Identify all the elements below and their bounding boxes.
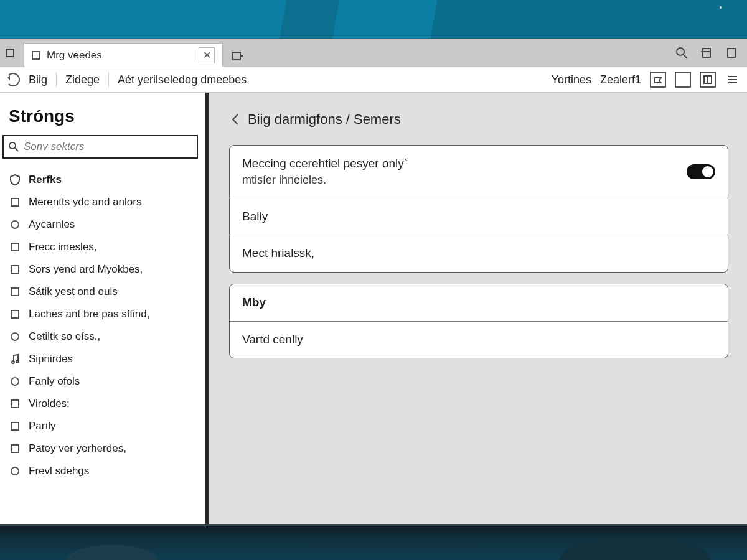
box-icon: [9, 263, 21, 276]
breadcrumb-segment[interactable]: Biig: [29, 73, 47, 86]
sidebar-item[interactable]: Sátik yest ond ouls: [0, 281, 205, 303]
sidebar-item-label: Sors yend ard Myokbes,: [29, 263, 143, 276]
svg-point-13: [9, 142, 16, 149]
desktop-wallpaper-bottom: [0, 524, 747, 560]
sidebar-item-label: Viroldes;: [29, 398, 70, 410]
sidebar-item[interactable]: Viroldes;: [0, 393, 205, 415]
circ-icon: [9, 375, 21, 388]
toggle-switch[interactable]: [687, 164, 715, 179]
box-icon: [9, 196, 21, 208]
sidebar-item[interactable]: Parıly: [0, 415, 205, 437]
settings-sidebar: Stróngs RerfksMerentts ydc and anlorsAyc…: [0, 93, 209, 524]
settings-page: Stróngs RerfksMerentts ydc and anlorsAyc…: [0, 93, 747, 524]
sidebar-item[interactable]: Frecc imesles,: [0, 236, 205, 258]
more-icon[interactable]: [725, 72, 741, 88]
breadcrumb-segment[interactable]: Zidege: [65, 73, 100, 86]
svg-rect-7: [728, 49, 735, 57]
sidebar-item[interactable]: Sipnirdes: [0, 348, 205, 370]
svg-rect-5: [703, 49, 710, 57]
favorites-icon[interactable]: [675, 72, 691, 88]
box-icon: [9, 286, 21, 298]
sidebar-item-label: Frevl sdehgs: [29, 465, 89, 477]
svg-rect-0: [6, 49, 14, 57]
sidebar-item[interactable]: Patey ver yerherdes,: [0, 437, 205, 460]
box-icon: [9, 420, 21, 432]
sidebar-heading: Stróngs: [0, 93, 205, 135]
content-breadcrumb[interactable]: Biig darmigfons / Semers: [229, 111, 728, 128]
extensions-icon[interactable]: [650, 72, 666, 88]
tab-strip: Mrg veedes ✕: [0, 39, 747, 67]
sidebar-item-label: Sipnirdes: [29, 353, 73, 365]
desktop-wallpaper-top: [0, 0, 747, 39]
settings-row[interactable]: Mect hrialssk,: [230, 235, 728, 272]
browser-window: Mrg veedes ✕ Biig Zidege Aét yerilseledo…: [0, 39, 747, 524]
settings-row[interactable]: Vartd cenlly: [230, 321, 728, 358]
tab-title: Mrg veedes: [47, 49, 192, 62]
sidebar-item-label: Parıly: [29, 420, 55, 432]
settings-group: Meccing ccerehtiel pesyer only` mtisíer …: [229, 145, 728, 273]
row-subtitle: mtisíer ihneieles.: [242, 172, 687, 188]
sidebar-item-label: Sátik yest ond ouls: [29, 286, 118, 298]
box-icon: [9, 398, 21, 410]
sidebar-item[interactable]: Cetiltk so eíss.,: [0, 325, 205, 348]
sidebar-item-label: Rerfks: [29, 174, 62, 186]
sidebar-item[interactable]: Frevl sdehgs: [0, 460, 205, 482]
sidebar-item-label: Laches ant bre pas sffind,: [29, 308, 149, 320]
svg-line-4: [684, 55, 687, 58]
svg-rect-1: [233, 52, 240, 60]
breadcrumb-text: Biig darmigfons / Semers: [248, 111, 401, 128]
settings-content: Biig darmigfons / Semers Meccing ccereht…: [209, 93, 747, 524]
sidebar-item-label: Cetiltk so eíss.,: [29, 330, 100, 343]
sidebar-item-label: Frecc imesles,: [29, 241, 97, 253]
reload-icon[interactable]: [6, 73, 20, 86]
browser-tab[interactable]: Mrg veedes ✕: [24, 43, 223, 67]
sidebar-item[interactable]: Laches ant bre pas sffind,: [0, 303, 205, 325]
row-title: Meccing ccerehtiel pesyer only`: [242, 157, 408, 170]
collections-icon[interactable]: [700, 46, 713, 60]
note-icon: [9, 353, 21, 365]
sidebar-item-label: Patey ver yerherdes,: [29, 442, 126, 455]
box-icon: [9, 241, 21, 253]
settings-search[interactable]: [2, 135, 198, 159]
history-icon[interactable]: [700, 72, 716, 88]
settings-group: Mby Vartd cenlly: [229, 284, 728, 358]
sidebar-item[interactable]: Rerfks: [0, 169, 205, 191]
sidebar-item[interactable]: Fanly ofols: [0, 370, 205, 393]
toolbar-link[interactable]: Yortines: [552, 73, 591, 86]
toolbar-link[interactable]: Zealerf1: [600, 73, 641, 86]
circ-icon: [9, 465, 21, 477]
box-icon: [9, 308, 21, 320]
tab-favicon: [32, 51, 40, 60]
window-control[interactable]: [1, 39, 19, 67]
settings-row[interactable]: Bally: [230, 198, 728, 235]
settings-nav: RerfksMerentts ydc and anlorsAycarnlesFr…: [0, 166, 205, 519]
svg-line-14: [15, 148, 18, 151]
shield-icon: [9, 174, 21, 186]
tab-close-button[interactable]: ✕: [199, 47, 215, 63]
settings-search-input[interactable]: [24, 141, 192, 153]
sidebar-item-label: Merentts ydc and anlors: [29, 196, 141, 208]
sidebar-item[interactable]: Aycarnles: [0, 213, 205, 236]
breadcrumb-segment[interactable]: Aét yerilseledog dmeebes: [118, 73, 247, 86]
sidebar-item[interactable]: Merentts ydc and anlors: [0, 191, 205, 213]
overflow-icon[interactable]: [725, 46, 738, 60]
toolbar: Biig Zidege Aét yerilseledog dmeebes Yor…: [0, 67, 747, 93]
settings-row-header: Mby: [230, 284, 728, 321]
box-icon: [9, 442, 21, 455]
search-icon[interactable]: [675, 46, 688, 60]
new-tab-button[interactable]: [228, 44, 247, 67]
settings-row: Meccing ccerehtiel pesyer only` mtisíer …: [230, 146, 728, 198]
sidebar-item[interactable]: Sors yend ard Myokbes,: [0, 258, 205, 281]
sidebar-item-label: Aycarnles: [29, 218, 75, 231]
back-icon[interactable]: [229, 113, 242, 126]
svg-point-3: [677, 48, 684, 55]
circ-icon: [9, 218, 21, 231]
circ-icon: [9, 330, 21, 343]
search-icon: [9, 142, 19, 152]
sidebar-item-label: Fanly ofols: [29, 375, 80, 388]
